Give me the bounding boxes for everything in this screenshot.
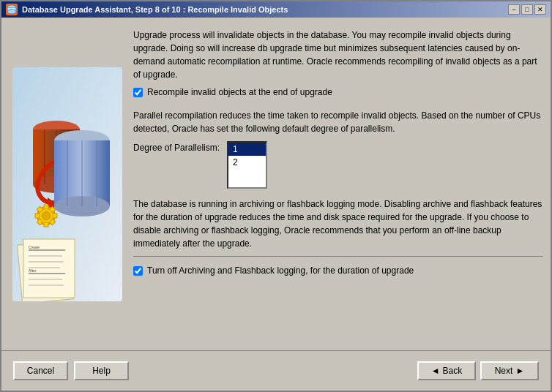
back-label: Back	[443, 366, 463, 376]
main-window: Database Upgrade Assistant, Step 8 of 10…	[0, 0, 552, 392]
title-bar: Database Upgrade Assistant, Step 8 of 10…	[1, 1, 551, 18]
parallelism-section: Parallel recompilation reduces the time …	[133, 109, 543, 189]
next-button[interactable]: Next ►	[480, 361, 539, 380]
next-label: Next	[495, 366, 513, 376]
recompile-description: Upgrade process will invalidate objects …	[133, 29, 543, 81]
illustration-panel: Create After	[9, 25, 126, 343]
parallelism-row: Degree of Parallelism: 1 2	[133, 141, 543, 189]
title-controls: − □ ✕	[508, 4, 546, 15]
window-title: Database Upgrade Assistant, Step 8 of 10…	[22, 5, 288, 14]
recompile-checkbox-row: Recompile invalid objects at the end of …	[133, 87, 543, 97]
parallelism-option-1[interactable]: 1	[228, 143, 266, 156]
svg-rect-13	[44, 205, 48, 209]
recompile-section: Upgrade process will invalidate objects …	[133, 29, 543, 97]
window-body: Create After Upgrade process will invali…	[1, 18, 551, 391]
close-button[interactable]: ✕	[534, 4, 546, 15]
help-button[interactable]: Help	[74, 361, 129, 380]
parallelism-label: Degree of Parallelism:	[133, 141, 220, 153]
app-icon	[6, 4, 18, 15]
svg-point-12	[42, 211, 51, 220]
minimize-button[interactable]: −	[508, 4, 520, 15]
cancel-button[interactable]: Cancel	[13, 361, 68, 380]
back-arrow-icon: ◄	[431, 366, 440, 376]
svg-text:After: After	[29, 268, 37, 273]
archiving-checkbox-area: Turn off Archiving and Flashback logging…	[133, 256, 543, 276]
footer-left-buttons: Cancel Help	[13, 361, 417, 380]
recompile-checkbox[interactable]	[133, 88, 143, 97]
svg-point-2	[7, 10, 16, 14]
recompile-checkbox-label: Recompile invalid objects at the end of …	[147, 87, 332, 97]
next-arrow-icon: ►	[515, 366, 524, 376]
main-content: Create After Upgrade process will invali…	[1, 18, 551, 350]
back-button[interactable]: ◄ Back	[417, 361, 476, 380]
archiving-checkbox[interactable]	[133, 266, 143, 276]
parallelism-option-2[interactable]: 2	[228, 156, 266, 169]
wizard-illustration: Create After	[12, 67, 122, 301]
parallelism-description: Parallel recompilation reduces the time …	[133, 109, 543, 135]
svg-rect-17	[44, 222, 48, 227]
footer-nav-buttons: ◄ Back Next ►	[417, 361, 539, 380]
svg-rect-19	[35, 214, 40, 218]
parallelism-listbox[interactable]: 1 2	[227, 141, 267, 189]
maximize-button[interactable]: □	[521, 4, 533, 15]
archiving-description: The database is running in archiving or …	[133, 197, 543, 250]
right-panel: Upgrade process will invalidate objects …	[133, 25, 543, 343]
footer: Cancel Help ◄ Back Next ►	[1, 350, 551, 391]
archiving-checkbox-row: Turn off Archiving and Flashback logging…	[133, 265, 543, 276]
archiving-section: The database is running in archiving or …	[133, 197, 543, 276]
svg-rect-15	[53, 214, 57, 218]
svg-text:Create: Create	[29, 245, 40, 249]
archiving-checkbox-label: Turn off Archiving and Flashback logging…	[147, 265, 414, 276]
